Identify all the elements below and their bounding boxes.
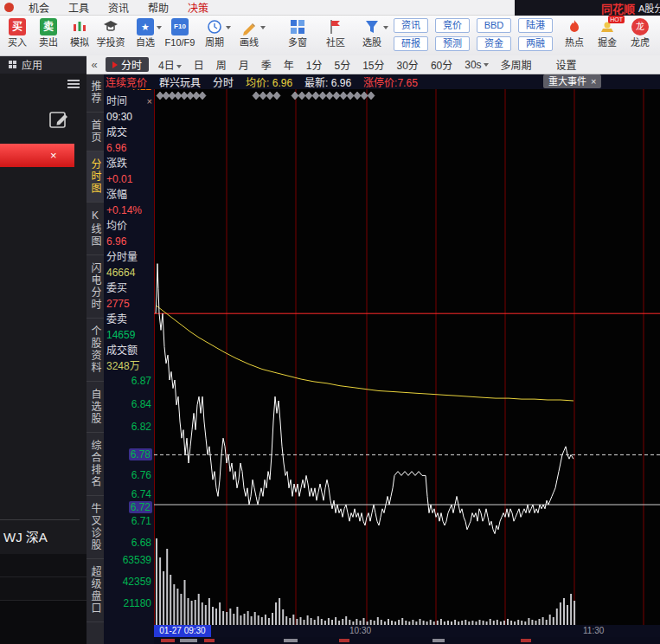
time-label-1130: 11:30	[583, 625, 604, 637]
clock-icon	[206, 18, 223, 35]
chevron-down-icon	[383, 26, 388, 29]
list-item[interactable]	[0, 554, 87, 577]
stock-screener-button[interactable]: 选股	[356, 17, 388, 48]
lugang-button[interactable]: 陆港	[518, 18, 553, 33]
side-window-footer	[0, 554, 87, 644]
status-fragment	[161, 639, 175, 642]
play-icon	[112, 61, 118, 68]
quick-panel-grid: 资讯 研报 竞价 预测 BBD 资金 陆港 两融	[394, 18, 560, 55]
period-quarter[interactable]: 季	[255, 57, 278, 72]
draw-line-button[interactable]: 画线	[234, 17, 265, 48]
list-menu-icon[interactable]	[67, 80, 80, 90]
notification-banner[interactable]: ×	[0, 144, 74, 167]
learn-invest-button[interactable]: 学投资	[95, 17, 126, 48]
period-30min[interactable]: 30分	[391, 57, 425, 72]
gold-digging-button[interactable]: HOT 掘金	[592, 17, 623, 48]
price-scale-label: 6.72	[129, 501, 152, 513]
nav-stock-info[interactable]: 个股资料	[87, 319, 104, 382]
price-scale-label: 42359	[123, 576, 151, 588]
last-price: 最新: 6.96	[304, 74, 351, 89]
intraday-chart[interactable]	[154, 89, 660, 625]
mini-candles-icon	[71, 18, 88, 35]
period-settings[interactable]: 设置	[550, 57, 583, 72]
menu-gongju[interactable]: 工具	[59, 0, 99, 15]
windows-grid-icon	[289, 18, 306, 35]
menu-jihui[interactable]: 机会	[19, 0, 59, 15]
zixun-button[interactable]: 资讯	[394, 18, 428, 33]
period-multi[interactable]: 多周期	[495, 57, 538, 72]
collapse-sidebar-button[interactable]: «	[87, 58, 102, 71]
menu-zixun[interactable]: 资讯	[99, 0, 138, 15]
period-60min[interactable]: 60分	[425, 57, 458, 72]
close-icon[interactable]: ×	[591, 74, 596, 88]
hotspot-button[interactable]: 热点	[559, 17, 590, 48]
vertical-nav: 推荐 首页 分时图 K线图 闪电分时 个股资料 自选股 综合排名 牛叉诊股 超级…	[87, 74, 104, 644]
price-scale-label: 6.78	[129, 448, 152, 460]
tab-intraday[interactable]: 分时	[106, 57, 149, 72]
f10-button[interactable]: F10 F10/F9	[164, 17, 195, 48]
app-tab[interactable]: 应用	[0, 55, 87, 74]
bbd-button[interactable]: BBD	[477, 18, 511, 33]
menu-bangzhu[interactable]: 帮助	[138, 0, 178, 15]
side-window: 应用 × WJ 深A	[0, 55, 87, 644]
nav-diagnosis[interactable]: 牛叉诊股	[87, 496, 104, 559]
f10-icon: F10	[171, 18, 189, 35]
dragon-icon: 龙	[631, 18, 649, 35]
nav-ranking[interactable]: 综合排名	[87, 433, 104, 496]
pencil-icon	[240, 18, 258, 35]
status-fragment	[433, 639, 445, 642]
chevron-down-icon	[176, 65, 182, 68]
period-button[interactable]: 周期	[199, 17, 230, 48]
quote-info-panel: 7.22 × 时间09:30 成交6.96 涨跌+0.01 涨幅+0.14% 均…	[104, 89, 154, 644]
price-scale-label: 6.68	[131, 537, 151, 549]
price-scale-label: 6.82	[131, 421, 151, 433]
dragon-tiger-button[interactable]: 龙 龙虎	[625, 17, 656, 48]
star-icon: ★	[137, 18, 154, 35]
community-button[interactable]: 社区	[320, 17, 351, 48]
list-item[interactable]	[0, 577, 87, 601]
edit-icon	[48, 108, 71, 131]
nav-watchlist[interactable]: 自选股	[87, 382, 104, 433]
close-icon[interactable]: ×	[50, 149, 57, 162]
simulate-button[interactable]: 模拟	[64, 17, 95, 48]
period-4day[interactable]: 4日	[152, 57, 188, 72]
menu-juece[interactable]: 决策	[178, 0, 218, 15]
yanbao-button[interactable]: 研报	[394, 36, 428, 51]
nav-kline-chart[interactable]: K线图	[87, 203, 104, 255]
jingjia-button[interactable]: 竞价	[435, 18, 470, 33]
period-day[interactable]: 日	[188, 57, 210, 72]
close-icon[interactable]: ×	[147, 96, 152, 106]
nav-intraday-chart[interactable]: 分时图	[87, 151, 104, 203]
sell-icon: 卖	[40, 18, 57, 35]
quote-rows: 时间09:30 成交6.96 涨跌+0.01 涨幅+0.14% 均价6.96 分…	[104, 89, 154, 374]
buy-button[interactable]: 买 买入	[2, 17, 33, 48]
nav-super-orderbook[interactable]: 超级盘口	[87, 559, 104, 622]
period-year[interactable]: 年	[278, 57, 300, 72]
intraday-chart-area[interactable]: 01-27 09:30 10:30 11:30	[154, 89, 660, 644]
avg-price: 均价: 6.96	[246, 74, 292, 89]
zijin-button[interactable]: 资金	[477, 36, 511, 51]
nav-recommend[interactable]: 推荐	[87, 74, 104, 113]
major-event-button[interactable]: 重大事件 ×	[543, 74, 601, 88]
flag-icon	[327, 18, 344, 35]
sell-button[interactable]: 卖 卖出	[33, 17, 64, 48]
session-status: 连续竞价	[106, 74, 147, 89]
period-5min[interactable]: 5分	[328, 57, 356, 72]
limit-up-price: 涨停价:7.65	[363, 74, 418, 89]
period-week[interactable]: 周	[210, 57, 233, 72]
liangrong-button[interactable]: 两融	[518, 36, 553, 51]
flame-icon	[566, 18, 583, 35]
watchlist-button[interactable]: ★ 自选	[130, 17, 161, 48]
period-15min[interactable]: 15分	[356, 57, 390, 72]
compose-button[interactable]	[48, 108, 71, 134]
funnel-icon	[363, 18, 381, 35]
period-30s[interactable]: 30s	[458, 59, 494, 71]
nav-flash-intraday[interactable]: 闪电分时	[87, 255, 104, 319]
nav-home[interactable]: 首页	[87, 113, 104, 151]
yuce-button[interactable]: 预测	[435, 36, 470, 51]
period-1min[interactable]: 1分	[300, 57, 329, 72]
account-label[interactable]: WJ 深A	[0, 519, 80, 555]
chevron-down-icon	[226, 26, 231, 29]
multi-window-button[interactable]: 多窗	[282, 17, 313, 48]
period-month[interactable]: 月	[233, 57, 255, 72]
